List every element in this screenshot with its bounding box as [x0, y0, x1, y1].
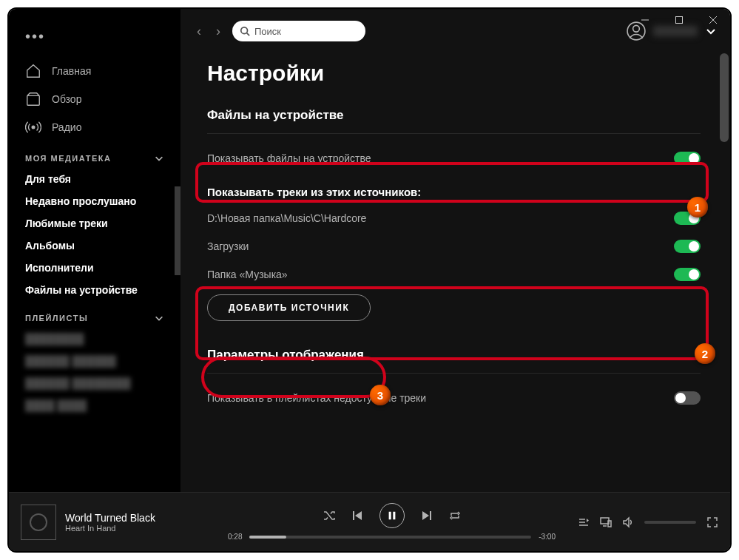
app-window: ••• Главная Обзор Радио МОЯ МЕДИАТЕКА Дл… [7, 7, 732, 553]
library-header[interactable]: МОЯ МЕДИАТЕКА [9, 141, 180, 168]
main-panel: ‹ › Поиск Настройки Файлы на устройстве … [180, 9, 730, 551]
previous-button[interactable] [351, 510, 363, 522]
add-source-button[interactable]: ДОБАВИТЬ ИСТОЧНИК [207, 294, 371, 321]
maximize-button[interactable] [662, 9, 696, 31]
playlists-header-label: ПЛЕЙЛИСТЫ [25, 314, 88, 323]
playlists-header[interactable]: ПЛЕЙЛИСТЫ [9, 301, 180, 328]
queue-button[interactable] [578, 516, 590, 528]
browse-icon [25, 91, 41, 107]
sources-label: Показывать треки из этих источников: [207, 186, 421, 198]
toggle-show-local[interactable] [674, 152, 701, 165]
section-display: Параметры отображения [207, 348, 701, 374]
play-pause-button[interactable] [379, 503, 405, 528]
svg-marker-15 [422, 511, 429, 520]
row-source-3: Папка «Музыка» [207, 260, 701, 289]
volume-button[interactable] [622, 516, 634, 528]
toggle-source-2[interactable] [674, 240, 701, 253]
source-path-1: D:\Новая папка\Music\C\Hardcore [207, 212, 366, 224]
row-source-1: D:\Новая папка\Music\C\Hardcore [207, 204, 701, 232]
playlist-item[interactable]: ██████ ██████ [9, 350, 180, 372]
nav-home[interactable]: Главная [9, 57, 180, 85]
time-elapsed: 0:28 [228, 533, 242, 541]
sidebar-scrollbar[interactable] [175, 186, 180, 275]
source-path-3: Папка «Музыка» [207, 269, 288, 280]
app-body: ••• Главная Обзор Радио МОЯ МЕДИАТЕКА Дл… [9, 9, 730, 551]
sidebar: ••• Главная Обзор Радио МОЯ МЕДИАТЕКА Дл… [9, 9, 180, 551]
track-title[interactable]: World Turned Black [65, 512, 155, 524]
show-unavailable-label: Показывать в плейлистах недоступные трек… [207, 392, 426, 404]
row-show-local-files: Показывать файлы на устройстве [207, 144, 701, 172]
svg-point-5 [32, 126, 35, 129]
radio-icon [25, 119, 41, 135]
lib-item-local-files[interactable]: Файлы на устройстве [9, 279, 180, 301]
chevron-down-icon [154, 153, 164, 163]
callout-badge-3: 3 [370, 385, 391, 405]
playlist-item[interactable]: ██████ ████████ [9, 372, 180, 394]
nav-home-label: Главная [52, 65, 91, 77]
minimize-button[interactable] [628, 9, 662, 31]
sources-heading: Показывать треки из этих источников: [207, 172, 701, 204]
repeat-button[interactable] [449, 510, 461, 522]
svg-rect-10 [353, 511, 354, 520]
toggle-source-3[interactable] [674, 268, 701, 281]
nav-radio-label: Радио [52, 121, 81, 133]
svg-marker-19 [587, 519, 589, 522]
svg-rect-22 [608, 521, 611, 527]
shuffle-button[interactable] [323, 510, 335, 522]
player-controls: 0:28 -3:00 [228, 503, 556, 541]
toggle-show-unavailable[interactable] [674, 391, 701, 405]
nav-back-button[interactable]: ‹ [194, 21, 204, 42]
svg-marker-23 [624, 518, 629, 527]
library-header-label: МОЯ МЕДИАТЕКА [25, 154, 111, 163]
lib-item-liked[interactable]: Любимые треки [9, 212, 180, 235]
svg-rect-12 [388, 512, 391, 520]
album-cover[interactable] [21, 505, 56, 540]
lib-item-recent[interactable]: Недавно прослушано [9, 190, 180, 212]
player-bar: World Turned Black Heart In Hand 0:28 -3… [9, 492, 730, 551]
content-scrollbar[interactable] [720, 53, 729, 142]
svg-line-7 [247, 33, 250, 36]
track-artist[interactable]: Heart In Hand [65, 524, 155, 533]
nav-forward-button[interactable]: › [213, 21, 223, 42]
now-playing: World Turned Black Heart In Hand [21, 505, 228, 540]
close-button[interactable] [696, 9, 730, 31]
nav-browse-label: Обзор [52, 93, 81, 105]
window-controls [628, 9, 730, 31]
nav-browse[interactable]: Обзор [9, 85, 180, 113]
show-local-label: Показывать файлы на устройстве [207, 152, 371, 164]
svg-rect-13 [393, 512, 395, 520]
playlist-item[interactable]: ████████ [9, 328, 180, 350]
row-show-unavailable: Показывать в плейлистах недоступные трек… [207, 384, 701, 412]
source-path-2: Загрузки [207, 240, 249, 252]
row-source-2: Загрузки [207, 232, 701, 260]
devices-button[interactable] [600, 516, 612, 528]
search-placeholder: Поиск [254, 26, 281, 37]
svg-point-6 [241, 27, 248, 34]
section-local-files: Файлы на устройстве [207, 108, 701, 134]
callout-badge-1: 1 [687, 197, 708, 217]
search-input[interactable]: Поиск [232, 21, 365, 41]
home-icon [25, 63, 41, 79]
lib-item-albums[interactable]: Альбомы [9, 235, 180, 257]
more-menu-button[interactable]: ••• [9, 22, 180, 57]
next-button[interactable] [421, 510, 433, 522]
progress-bar[interactable] [249, 536, 531, 539]
time-remaining: -3:00 [539, 533, 556, 541]
settings-content: Настройки Файлы на устройстве Показывать… [180, 53, 730, 551]
nav-radio[interactable]: Радио [9, 113, 180, 141]
page-title: Настройки [207, 61, 701, 86]
volume-slider[interactable] [644, 521, 696, 524]
callout-badge-2: 2 [695, 343, 715, 364]
lib-item-for-you[interactable]: Для тебя [9, 168, 180, 190]
search-icon [240, 26, 250, 36]
playlist-item[interactable]: ████ ████ [9, 394, 180, 416]
lib-item-artists[interactable]: Исполнители [9, 257, 180, 279]
svg-rect-1 [676, 17, 683, 24]
svg-rect-4 [27, 95, 40, 105]
svg-marker-11 [355, 511, 362, 520]
svg-rect-14 [430, 511, 431, 520]
fullscreen-button[interactable] [706, 516, 718, 528]
player-extras [556, 516, 718, 528]
chevron-down-icon [154, 313, 164, 323]
